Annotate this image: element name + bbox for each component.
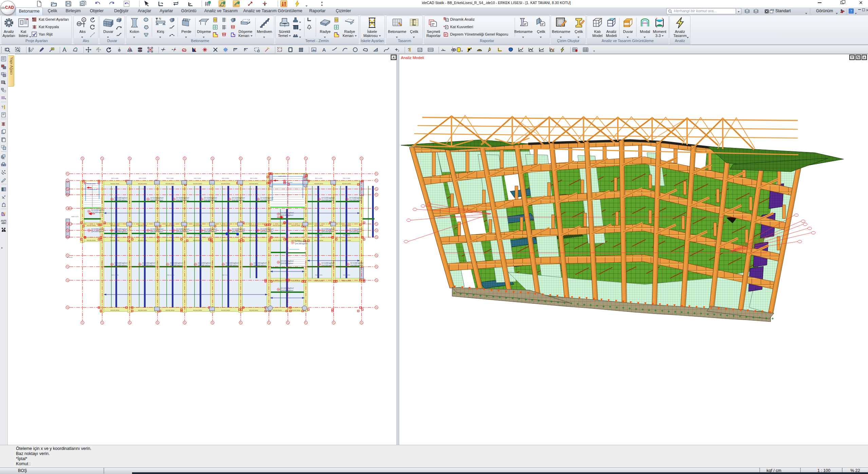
svg-text:K48 25/50: K48 25/50 xyxy=(184,197,185,204)
svg-text:KD133 25/50: KD133 25/50 xyxy=(250,309,258,311)
svg-text:Q=0.005 kgf/cm²: Q=0.005 kgf/cm² xyxy=(232,230,244,232)
svg-text:G= 0.000 kgf/cm²: G= 0.000 kgf/cm² xyxy=(170,262,183,264)
svg-text:K48 25/50: K48 25/50 xyxy=(305,197,307,204)
svg-text:K48 25/50: K48 25/50 xyxy=(156,261,158,268)
svg-text:KD133 25/50: KD133 25/50 xyxy=(292,309,300,311)
svg-text:KD133 25/50: KD133 25/50 xyxy=(292,225,300,226)
svg-text:G= 0.000 kgf/cm²: G= 0.000 kgf/cm² xyxy=(226,262,239,264)
svg-text:Q=0.005 kgf/cm²: Q=0.005 kgf/cm² xyxy=(260,199,273,201)
svg-text:Q=0.005 kgf/cm²: Q=0.005 kgf/cm² xyxy=(260,230,273,232)
svg-text:Q=0.005 kgf/cm²: Q=0.005 kgf/cm² xyxy=(91,230,104,232)
svg-text:Q=0.005 kgf/cm²: Q=0.005 kgf/cm² xyxy=(91,211,104,213)
svg-text:G= 0.000 kgf/cm²: G= 0.000 kgf/cm² xyxy=(232,228,245,230)
svg-text:Q=0.005 kgf/cm²: Q=0.005 kgf/cm² xyxy=(170,264,183,266)
svg-text:Q=0.005 kgf/cm²: Q=0.005 kgf/cm² xyxy=(226,264,238,266)
svg-text:m²: m² xyxy=(419,49,422,52)
svg-text:K48 25/50: K48 25/50 xyxy=(268,261,270,268)
svg-text:Q=0.005 kgf/cm²: Q=0.005 kgf/cm² xyxy=(254,264,266,266)
svg-text:KD133 25/50: KD133 25/50 xyxy=(273,309,282,311)
svg-text:A: A xyxy=(83,18,85,21)
svg-text:G= 0.000 kgf/cm²: G= 0.000 kgf/cm² xyxy=(176,228,189,230)
svg-text:KD133 25/50: KD133 25/50 xyxy=(138,240,147,241)
svg-text:KD133 25/50: KD133 25/50 xyxy=(193,309,202,311)
svg-text:X01 0 0/30: X01 0 0/30 xyxy=(222,234,229,236)
svg-text:X01 0 0/30: X01 0 0/30 xyxy=(139,177,146,179)
svg-text:KD133 25/50: KD133 25/50 xyxy=(250,183,258,185)
svg-text:K48 25/50: K48 25/50 xyxy=(361,197,362,204)
svg-text:X01 0 0/30: X01 0 0/30 xyxy=(194,177,201,179)
svg-text:KD133 25/50: KD133 25/50 xyxy=(314,225,323,226)
svg-text:X01 0 0/30: X01 0 0/30 xyxy=(166,234,174,236)
svg-text:KD133 25/50: KD133 25/50 xyxy=(292,240,300,241)
svg-text:X01 0 0/30: X01 0 0/30 xyxy=(194,234,201,236)
svg-text:Q=0.005 kgf/cm²: Q=0.005 kgf/cm² xyxy=(321,199,334,201)
svg-text:G= 0.000 kgf/cm²: G= 0.000 kgf/cm² xyxy=(204,228,217,230)
svg-text:KD073 25/50: KD073 25/50 xyxy=(292,280,300,282)
svg-text:Q=0.005 kgf/cm²: Q=0.005 kgf/cm² xyxy=(176,199,189,201)
svg-text:KD133 25/50: KD133 25/50 xyxy=(221,225,230,226)
svg-text:Q=0.005 kgf/cm²: Q=0.005 kgf/cm² xyxy=(281,289,293,291)
svg-text:X01 0 0/30: X01 0 0/30 xyxy=(250,177,258,179)
svg-text:KD133 25/50: KD133 25/50 xyxy=(273,225,282,226)
svg-text:KD133 25/50: KD133 25/50 xyxy=(87,225,96,226)
svg-text:A: A xyxy=(322,47,326,53)
svg-text:K48 25/50: K48 25/50 xyxy=(211,261,213,268)
svg-text:K48 25/50: K48 25/50 xyxy=(333,261,334,268)
svg-text:KD133 25/50: KD133 25/50 xyxy=(138,309,147,311)
svg-text:P: P xyxy=(532,50,533,52)
svg-text:K48 25/50: K48 25/50 xyxy=(184,261,185,268)
svg-text:KD133 25/50: KD133 25/50 xyxy=(314,183,323,185)
svg-text:X01 0 0/30: X01 0 0/30 xyxy=(222,274,229,276)
svg-text:K48 25/50: K48 25/50 xyxy=(361,261,362,268)
svg-text:KD133 25/50: KD133 25/50 xyxy=(342,240,351,241)
svg-text:G= 0.000 kgf/cm²: G= 0.000 kgf/cm² xyxy=(260,197,274,199)
svg-text:KD133 25/50: KD133 25/50 xyxy=(342,225,351,226)
svg-text:X01 0 0/30: X01 0 0/30 xyxy=(315,177,322,179)
svg-text:mm²: mm² xyxy=(429,49,433,51)
svg-text:G= 0.000 kgf/cm²: G= 0.000 kgf/cm² xyxy=(198,262,211,264)
svg-text:KD133 25/50: KD133 25/50 xyxy=(138,225,147,226)
svg-text:Q=0.005 kgf/cm²: Q=0.005 kgf/cm² xyxy=(281,214,293,216)
svg-text:X01 0 0/30: X01 0 0/30 xyxy=(167,274,174,276)
svg-text:Q=0.005 kgf/cm²: Q=0.005 kgf/cm² xyxy=(114,264,127,266)
svg-text:?: ? xyxy=(542,50,544,52)
svg-text:KD073 25/50: KD073 25/50 xyxy=(342,280,351,282)
svg-text:Q=0.005 kgf/cm²: Q=0.005 kgf/cm² xyxy=(281,262,293,264)
svg-text:K48 25/50: K48 25/50 xyxy=(101,261,103,268)
svg-text:KD133 25/50: KD133 25/50 xyxy=(111,309,119,311)
svg-text:KD133 25/50: KD133 25/50 xyxy=(221,309,230,311)
svg-text:G= 0.000 kgf/cm²: G= 0.000 kgf/cm² xyxy=(281,287,294,289)
svg-text:X01 0 0/30: X01 0 0/30 xyxy=(111,274,119,276)
svg-text:K48 25/50: K48 25/50 xyxy=(268,197,270,204)
svg-text:X01 0 0/30: X01 0 0/30 xyxy=(111,177,119,179)
svg-text:Q=0.005 kgf/cm²: Q=0.005 kgf/cm² xyxy=(321,230,334,232)
svg-text:KD133 25/50: KD133 25/50 xyxy=(193,225,202,226)
svg-text:KD133 25/50: KD133 25/50 xyxy=(87,183,96,185)
svg-text:K48 25/50: K48 25/50 xyxy=(305,261,307,268)
svg-text:KD133 25/50: KD133 25/50 xyxy=(342,183,351,185)
svg-text:Q=0.005 kgf/cm²: Q=0.005 kgf/cm² xyxy=(142,264,155,266)
svg-text:Q=0.005 kgf/cm²: Q=0.005 kgf/cm² xyxy=(114,230,127,232)
svg-text:K48 25/50: K48 25/50 xyxy=(129,197,130,204)
svg-text:G= 0.000 kgf/cm²: G= 0.000 kgf/cm² xyxy=(321,228,335,230)
svg-text:KD133 25/50: KD133 25/50 xyxy=(87,240,96,241)
svg-text:K48 25/50: K48 25/50 xyxy=(129,261,130,268)
svg-text:G= 0.000 kgf/cm²: G= 0.000 kgf/cm² xyxy=(176,197,189,199)
svg-text:KD133 25/50: KD133 25/50 xyxy=(221,183,230,185)
svg-text:Q=0.005 kgf/cm²: Q=0.005 kgf/cm² xyxy=(176,230,189,232)
svg-text:2: 2 xyxy=(398,50,399,52)
svg-text:KD133 25/50: KD133 25/50 xyxy=(111,183,119,185)
svg-text:Q=0.005 kgf/cm²: Q=0.005 kgf/cm² xyxy=(114,199,127,201)
svg-text:KD133 25/50: KD133 25/50 xyxy=(193,240,202,241)
svg-text:X01 0 0/30: X01 0 0/30 xyxy=(343,274,350,276)
svg-text:G= 0.000 kgf/cm²: G= 0.000 kgf/cm² xyxy=(142,262,155,264)
svg-text:AUTO: AUTO xyxy=(1,220,6,222)
svg-text:X01 0 0/30: X01 0 0/30 xyxy=(343,177,350,179)
svg-text:Q=0.005 kgf/cm²: Q=0.005 kgf/cm² xyxy=(204,230,217,232)
svg-text:KD133 25/50: KD133 25/50 xyxy=(166,183,174,185)
svg-text:?: ? xyxy=(1,106,3,109)
svg-text:KD133 25/50: KD133 25/50 xyxy=(250,240,258,241)
svg-text:K48 25/50: K48 25/50 xyxy=(156,197,158,204)
svg-text:ABC: ABC xyxy=(1,222,6,224)
svg-text:X01 0 0/30: X01 0 0/30 xyxy=(315,234,322,236)
